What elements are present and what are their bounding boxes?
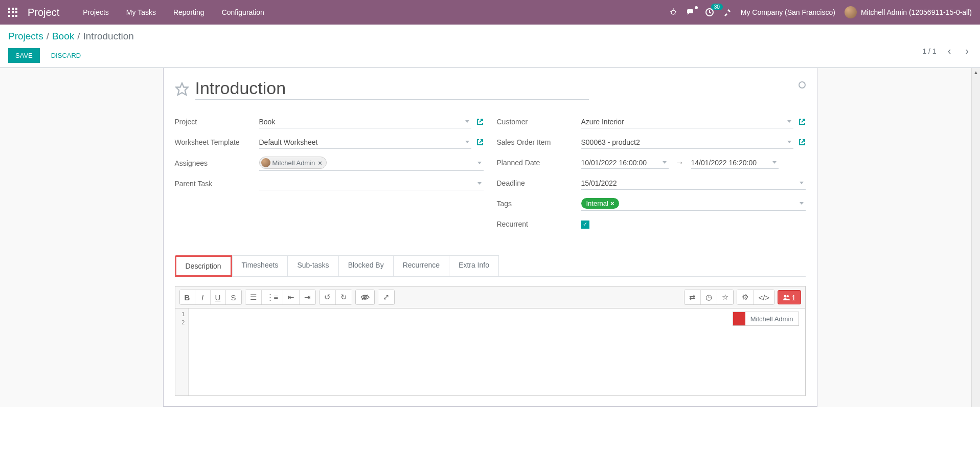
tag-chip: Internal × [581, 198, 620, 209]
chevron-down-icon[interactable] [787, 120, 791, 123]
underline-icon[interactable]: U [211, 290, 226, 304]
collaborator-popup: Mitchell Admin [733, 312, 799, 326]
form-background: Project Book Worksheet Template Default … [0, 68, 980, 407]
discard-button[interactable]: DISCARD [46, 48, 86, 63]
breadcrumb-root[interactable]: Projects [8, 31, 43, 41]
label-parent-task: Parent Task [175, 180, 259, 188]
favorite-star-icon[interactable] [175, 82, 189, 96]
editor-content[interactable]: Mitchell Admin [189, 308, 805, 395]
worksheet-field[interactable]: Default Worksheet [259, 136, 471, 149]
gear-icon[interactable]: ⚙ [737, 290, 754, 304]
svg-point-11 [787, 295, 789, 297]
history-icon[interactable]: ◷ [701, 290, 717, 304]
chevron-down-icon[interactable] [800, 182, 804, 184]
visibility-icon[interactable] [356, 290, 374, 304]
strike-icon[interactable]: S [226, 290, 241, 304]
svg-marker-7 [176, 83, 188, 95]
customer-field[interactable]: Azure Interior [581, 115, 793, 128]
svg-point-0 [671, 10, 675, 14]
chevron-down-icon[interactable] [663, 161, 667, 164]
deadline-field[interactable]: 15/01/2022 [581, 177, 806, 190]
editor-toolbar: B I U S ☰ ⋮≡ ⇤ ⇥ ↺ ↻ [175, 286, 805, 308]
pager-next[interactable]: › [962, 45, 972, 57]
planned-start-field[interactable] [581, 157, 669, 169]
top-nav: Project Projects My Tasks Reporting Conf… [0, 0, 980, 25]
tab-blocked-by[interactable]: Blocked By [339, 255, 394, 277]
outdent-icon[interactable]: ⇤ [283, 290, 300, 304]
bold-icon[interactable]: B [180, 290, 195, 304]
remove-tag-icon[interactable]: × [610, 200, 614, 207]
ul-icon[interactable]: ⋮≡ [262, 290, 284, 304]
external-link-icon[interactable] [799, 118, 806, 125]
tags-field[interactable]: Internal × [581, 196, 806, 211]
indent-icon[interactable]: ⇥ [300, 290, 315, 304]
star-icon[interactable]: ☆ [717, 290, 733, 304]
save-button[interactable]: SAVE [8, 48, 40, 63]
remove-assignee-icon[interactable]: × [318, 159, 322, 167]
pager-text: 1 / 1 [922, 47, 936, 55]
nav-reporting[interactable]: Reporting [165, 4, 213, 20]
code-icon[interactable]: </> [754, 290, 774, 304]
avatar-icon [845, 6, 857, 18]
chevron-down-icon[interactable] [465, 141, 469, 143]
tab-timesheets[interactable]: Timesheets [232, 255, 288, 277]
breadcrumb-project[interactable]: Book [52, 31, 74, 41]
assignees-field[interactable]: Mitchell Admin × [259, 155, 484, 171]
swap-icon[interactable]: ⇄ [685, 290, 701, 304]
tab-recurrence[interactable]: Recurrence [394, 255, 449, 277]
task-title-input[interactable] [195, 78, 589, 100]
label-assignees: Assignees [175, 159, 259, 167]
bug-icon[interactable] [669, 8, 677, 16]
tab-extra-info[interactable]: Extra Info [449, 255, 499, 277]
ol-icon[interactable]: ☰ [245, 290, 262, 304]
redo-icon[interactable]: ↻ [336, 290, 352, 304]
italic-icon[interactable]: I [195, 290, 211, 304]
activity-count: 30 [711, 4, 723, 10]
form-sheet: Project Book Worksheet Template Default … [163, 68, 817, 407]
expand-icon[interactable]: ⤢ [378, 290, 394, 304]
label-customer: Customer [497, 118, 581, 126]
svg-line-4 [671, 13, 672, 14]
recurrent-checkbox[interactable]: ✓ [581, 221, 589, 229]
arrow-right-icon: → [669, 158, 691, 167]
chevron-down-icon[interactable] [477, 182, 482, 185]
user-menu[interactable]: Mitchell Admin (12056911-15-0-all) [845, 6, 972, 18]
nav-projects[interactable]: Projects [75, 4, 117, 20]
planned-end-field[interactable] [691, 157, 779, 169]
nav-configuration[interactable]: Configuration [214, 4, 272, 20]
collaborators-button[interactable]: 1 [778, 290, 801, 304]
sales-order-field[interactable]: S00063 - product2 [581, 136, 793, 149]
parent-task-field[interactable] [259, 177, 484, 190]
chevron-down-icon[interactable] [787, 141, 791, 143]
chevron-down-icon[interactable] [465, 120, 469, 123]
company-selector[interactable]: My Company (San Francisco) [741, 8, 835, 16]
tools-icon[interactable] [723, 8, 732, 16]
scroll-up-icon[interactable]: ▲ [972, 68, 980, 77]
external-link-icon[interactable] [799, 139, 806, 146]
kanban-state-icon[interactable] [799, 81, 806, 89]
apps-icon[interactable] [8, 8, 17, 17]
pager-prev[interactable]: ‹ [945, 45, 954, 57]
svg-line-5 [675, 13, 676, 14]
activity-icon[interactable]: 30 [705, 8, 714, 17]
label-recurrent: Recurrent [497, 220, 581, 228]
nav-my-tasks[interactable]: My Tasks [118, 4, 164, 20]
chevron-down-icon[interactable] [800, 202, 804, 205]
chat-icon[interactable] [687, 8, 696, 16]
external-link-icon[interactable] [476, 139, 484, 146]
external-link-icon[interactable] [476, 118, 484, 125]
undo-icon[interactable]: ↺ [320, 290, 336, 304]
label-tags: Tags [497, 200, 581, 208]
user-name: Mitchell Admin (12056911-15-0-all) [861, 8, 972, 16]
main-menu: Projects My Tasks Reporting Configuratio… [75, 4, 272, 20]
brand-title: Project [28, 7, 59, 18]
chevron-down-icon[interactable] [772, 161, 777, 164]
chevron-down-icon[interactable] [477, 162, 482, 164]
project-field[interactable]: Book [259, 115, 471, 128]
collab-user-name: Mitchell Admin [745, 315, 799, 323]
vertical-scrollbar[interactable]: ▲ [971, 68, 980, 407]
label-planned-date: Planned Date [497, 159, 581, 167]
tab-description[interactable]: Description [175, 255, 232, 277]
tab-subtasks[interactable]: Sub-tasks [288, 255, 338, 277]
control-panel: Projects/Book/Introduction SAVE DISCARD … [0, 25, 980, 68]
